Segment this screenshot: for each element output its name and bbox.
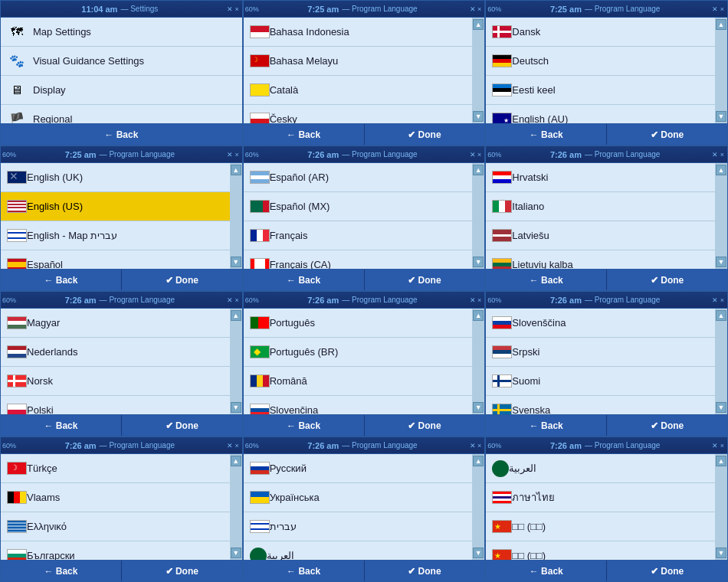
list-item[interactable]: 🗺Map Settings: [1, 18, 242, 47]
scroll-down-arrow[interactable]: ▼: [473, 257, 484, 267]
list-item[interactable]: Slovenščina: [486, 309, 715, 338]
list-item[interactable]: 🖥Display: [1, 76, 242, 105]
list-item[interactable]: Español: [1, 250, 230, 269]
scroll-down-arrow[interactable]: ▼: [473, 111, 484, 122]
list-item[interactable]: Français (CA): [244, 250, 473, 269]
list-item[interactable]: Eesti keel: [486, 76, 715, 105]
done-button[interactable]: ✔ Done: [365, 124, 485, 145]
done-button[interactable]: ✔ Done: [607, 561, 727, 581]
scroll-up-arrow[interactable]: ▲: [473, 456, 484, 466]
list-item[interactable]: 🐾Visual Guidance Settings: [1, 47, 242, 76]
list-item[interactable]: עברית: [244, 512, 473, 541]
scroll-up-arrow[interactable]: ▲: [716, 165, 726, 175]
done-button[interactable]: ✔ Done: [607, 415, 727, 436]
back-button[interactable]: ← Back: [244, 561, 365, 581]
scroll-down-arrow[interactable]: ▼: [716, 548, 726, 558]
scroll-up-arrow[interactable]: ▲: [231, 456, 241, 466]
list-item[interactable]: ภาษาไทย: [486, 483, 715, 512]
list-item[interactable]: Русский: [244, 454, 473, 483]
list-item[interactable]: Deutsch: [486, 47, 715, 76]
list-item[interactable]: Español (AR): [244, 163, 473, 192]
done-button[interactable]: ✔ Done: [607, 124, 727, 145]
scrollbar[interactable]: ▲▼: [715, 18, 727, 123]
back-button[interactable]: ← Back: [244, 270, 365, 290]
list-item[interactable]: Українська: [244, 483, 473, 512]
scroll-up-arrow[interactable]: ▲: [473, 19, 484, 30]
list-item[interactable]: □□ (□□): [486, 541, 715, 560]
scroll-up-arrow[interactable]: ▲: [716, 310, 726, 321]
scrollbar[interactable]: ▲▼: [472, 454, 484, 560]
scrollbar[interactable]: ▲▼: [230, 454, 242, 560]
list-item[interactable]: Română: [244, 367, 473, 396]
list-item[interactable]: Vlaams: [1, 483, 230, 512]
scrollbar[interactable]: ▲▼: [715, 309, 727, 414]
list-item[interactable]: Bahasa Indonesia: [244, 18, 473, 47]
list-item[interactable]: Français: [244, 221, 473, 250]
scroll-up-arrow[interactable]: ▲: [716, 456, 726, 466]
scrollbar[interactable]: ▲▼: [472, 163, 484, 269]
scroll-down-arrow[interactable]: ▼: [716, 111, 726, 122]
list-item[interactable]: Srpski: [486, 338, 715, 367]
list-item[interactable]: العربية: [244, 541, 473, 560]
back-button[interactable]: ← Back: [244, 124, 365, 145]
list-item[interactable]: 🏴Regional: [1, 105, 242, 123]
scroll-down-arrow[interactable]: ▼: [231, 402, 241, 413]
back-button[interactable]: ← Back: [244, 415, 365, 436]
list-item[interactable]: Español (MX): [244, 192, 473, 221]
list-item[interactable]: Português (BR): [244, 338, 473, 367]
scroll-down-arrow[interactable]: ▼: [231, 548, 241, 558]
scroll-up-arrow[interactable]: ▲: [473, 310, 484, 321]
list-item[interactable]: Português: [244, 309, 473, 338]
list-item[interactable]: Nederlands: [1, 338, 230, 367]
list-item[interactable]: Latviešu: [486, 221, 715, 250]
scrollbar[interactable]: ▲▼: [715, 163, 727, 269]
scrollbar[interactable]: ▲▼: [230, 163, 242, 269]
done-button[interactable]: ✔ Done: [607, 270, 727, 290]
list-item[interactable]: Svenska: [486, 396, 715, 414]
back-button[interactable]: ← Back: [486, 415, 607, 436]
done-button[interactable]: ✔ Done: [365, 415, 485, 436]
back-button[interactable]: ← Back: [486, 561, 607, 581]
scroll-up-arrow[interactable]: ▲: [473, 165, 484, 175]
scroll-down-arrow[interactable]: ▼: [716, 257, 726, 267]
back-button[interactable]: ← Back: [1, 415, 122, 436]
scroll-down-arrow[interactable]: ▼: [473, 402, 484, 413]
list-item[interactable]: Bahasa Melayu: [244, 47, 473, 76]
list-item[interactable]: English (AU): [486, 105, 715, 123]
scroll-up-arrow[interactable]: ▲: [716, 19, 726, 30]
list-item[interactable]: Български: [1, 541, 230, 560]
list-item[interactable]: Suomi: [486, 367, 715, 396]
scrollbar[interactable]: ▲▼: [230, 309, 242, 414]
back-button[interactable]: ← Back: [486, 124, 607, 145]
scroll-up-arrow[interactable]: ▲: [231, 310, 241, 321]
list-item[interactable]: □□ (□□): [486, 512, 715, 541]
scrollbar[interactable]: ▲▼: [715, 454, 727, 560]
list-item[interactable]: Italiano: [486, 192, 715, 221]
list-item[interactable]: العربية: [486, 454, 715, 483]
list-item[interactable]: Slovenčina: [244, 396, 473, 414]
list-item[interactable]: Dansk: [486, 18, 715, 47]
list-item[interactable]: Lietuvių kalba: [486, 250, 715, 269]
list-item[interactable]: Hrvatski: [486, 163, 715, 192]
done-button[interactable]: ✔ Done: [122, 415, 242, 436]
scroll-down-arrow[interactable]: ▼: [473, 548, 484, 558]
list-item[interactable]: Türkçe: [1, 454, 230, 483]
scroll-up-arrow[interactable]: ▲: [231, 165, 241, 175]
back-button[interactable]: ← Back: [1, 561, 122, 581]
scroll-down-arrow[interactable]: ▼: [231, 257, 241, 267]
list-item[interactable]: Magyar: [1, 309, 230, 338]
done-button[interactable]: ✔ Done: [122, 561, 242, 581]
back-button[interactable]: ← Back: [1, 124, 242, 145]
list-item[interactable]: Česky: [244, 105, 473, 123]
back-button[interactable]: ← Back: [1, 270, 122, 290]
done-button[interactable]: ✔ Done: [365, 561, 485, 581]
list-item[interactable]: English - Map עברית: [1, 221, 230, 250]
list-item[interactable]: Norsk: [1, 367, 230, 396]
done-button[interactable]: ✔ Done: [122, 270, 242, 290]
done-button[interactable]: ✔ Done: [365, 270, 485, 290]
list-item[interactable]: Ελληνικό: [1, 512, 230, 541]
list-item[interactable]: English (UK): [1, 163, 230, 192]
list-item[interactable]: Polski: [1, 396, 230, 414]
list-item[interactable]: Català: [244, 76, 473, 105]
back-button[interactable]: ← Back: [486, 270, 607, 290]
